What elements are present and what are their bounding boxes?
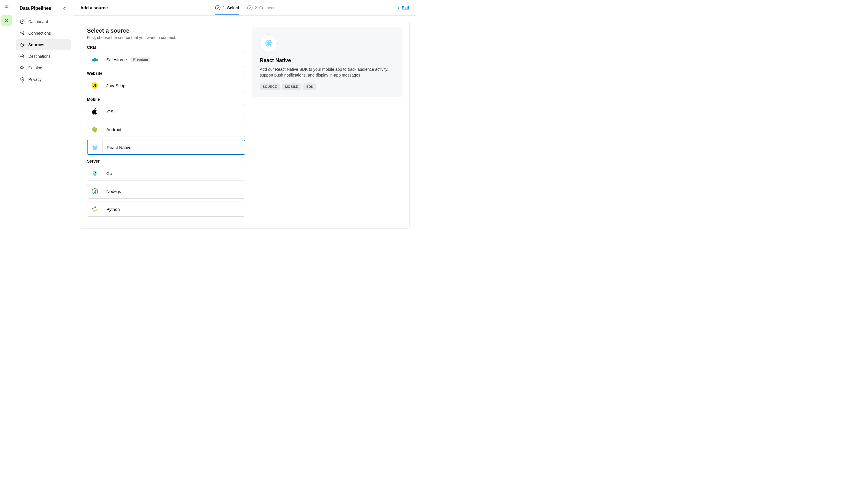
- details-tags: SOURCEMOBILESDK: [260, 84, 395, 90]
- svg-point-11: [93, 60, 96, 61]
- source-card-body: Python: [102, 202, 245, 216]
- svg-point-26: [94, 207, 94, 207]
- source-card-salesforce[interactable]: Salesforce Premium: [87, 52, 245, 67]
- puzzle-icon: [20, 65, 25, 70]
- sidebar-item-label: Connections: [28, 31, 51, 35]
- details-title: React Native: [260, 57, 395, 63]
- detail-tag: SOURCE: [260, 84, 280, 90]
- source-card-body: Go: [102, 166, 245, 180]
- group-label-website: Website: [87, 71, 245, 76]
- svg-point-28: [268, 43, 270, 44]
- source-card-label: Android: [106, 127, 121, 132]
- source-card-javascript[interactable]: JS JavaScript: [87, 78, 245, 93]
- sidebar-title: Data Pipelines: [20, 6, 51, 11]
- topbar: Add a source 1. Select 2. Connect Exit: [74, 0, 416, 16]
- sidebar-header: Data Pipelines: [16, 4, 71, 16]
- apple-icon: [87, 104, 102, 119]
- brand-logo-icon[interactable]: [3, 4, 10, 10]
- details-logo: [260, 34, 278, 52]
- details-panel: React Native Add our React Native SDK to…: [252, 27, 402, 97]
- destination-in-icon: [20, 54, 25, 59]
- source-list-column: Select a source First, choose the source…: [87, 27, 245, 220]
- check-circle-icon: [215, 5, 221, 10]
- source-card-body: Node.js: [102, 184, 245, 198]
- sidebar-item-label: Catalog: [28, 65, 42, 70]
- svg-point-6: [23, 31, 24, 32]
- svg-point-5: [23, 33, 24, 34]
- python-icon: [87, 202, 102, 216]
- svg-point-3: [22, 21, 23, 22]
- content-area: Select a source First, choose the source…: [74, 16, 416, 236]
- source-card-react-native[interactable]: React Native: [87, 140, 245, 155]
- nodejs-icon: [87, 184, 102, 198]
- sidebar-nav: Dashboard Connections Sources Destinatio…: [16, 16, 71, 85]
- sidebar-item-sources[interactable]: Sources: [16, 39, 71, 50]
- source-card-body: Android: [102, 122, 245, 137]
- sidebar-item-label: Privacy: [28, 77, 41, 82]
- group-label-mobile: Mobile: [87, 97, 245, 102]
- svg-point-27: [95, 211, 96, 211]
- step-1: 1. Select: [215, 0, 239, 15]
- sidebar: Data Pipelines Dashboard Connections Sou…: [13, 0, 74, 236]
- source-card-label: Salesforce: [106, 57, 127, 62]
- source-card-label: Go: [106, 171, 112, 176]
- step-label: 1. Select: [223, 5, 239, 10]
- sidebar-item-dashboard[interactable]: Dashboard: [16, 16, 71, 27]
- source-card-go[interactable]: Go: [87, 166, 245, 181]
- salesforce-icon: [87, 52, 102, 67]
- sidebar-item-label: Destinations: [28, 54, 51, 59]
- svg-point-15: [95, 127, 95, 128]
- source-card-ios[interactable]: iOS: [87, 104, 245, 119]
- exit-link[interactable]: Exit: [396, 5, 409, 10]
- gauge-icon: [20, 19, 25, 24]
- svg-rect-7: [22, 79, 23, 80]
- source-card-body: Salesforce Premium: [102, 52, 245, 67]
- group-label-server: Server: [87, 159, 245, 164]
- svg-point-23: [94, 172, 94, 173]
- workspace-app-icon[interactable]: [1, 15, 12, 26]
- source-card-label: Node.js: [106, 189, 121, 194]
- source-card-label: JavaScript: [106, 83, 127, 88]
- svg-point-24: [95, 172, 96, 173]
- android-icon: [87, 122, 102, 137]
- svg-point-25: [94, 173, 95, 174]
- connections-icon: [20, 31, 25, 36]
- source-card-nodejs[interactable]: Node.js: [87, 184, 245, 199]
- step-2[interactable]: 2. Connect: [247, 0, 275, 15]
- page-title: Add a source: [80, 5, 108, 10]
- source-card-label: Python: [106, 207, 120, 212]
- details-description: Add our React Native SDK to your mobile …: [260, 66, 395, 78]
- select-heading: Select a source: [87, 27, 245, 34]
- icon-rail: [0, 0, 13, 236]
- group-label-crm: CRM: [87, 45, 245, 50]
- stepper: 1. Select 2. Connect: [215, 0, 275, 15]
- source-card-label: iOS: [106, 109, 114, 114]
- source-card-android[interactable]: Android: [87, 122, 245, 137]
- detail-tag: SDK: [303, 84, 316, 90]
- source-card-label: React Native: [107, 145, 132, 150]
- source-card-body: React Native: [103, 140, 245, 154]
- step-label: 2. Connect: [255, 5, 275, 10]
- source-card-body: JavaScript: [102, 78, 245, 93]
- gopher-icon: [87, 166, 102, 180]
- select-subheading: First, choose the source that you want t…: [87, 35, 245, 40]
- react-icon: [265, 39, 273, 47]
- source-card-body: iOS: [102, 104, 245, 119]
- source-card-python[interactable]: Python: [87, 202, 245, 216]
- sidebar-item-destinations[interactable]: Destinations: [16, 51, 71, 62]
- source-out-icon: [20, 42, 25, 47]
- sidebar-collapse-button[interactable]: [61, 5, 68, 11]
- main: Add a source 1. Select 2. Connect Exit S…: [74, 0, 416, 236]
- exit-label: Exit: [402, 5, 409, 10]
- detail-tag: MOBILE: [282, 84, 301, 90]
- js-icon: JS: [87, 78, 102, 93]
- sidebar-item-label: Sources: [28, 42, 44, 47]
- sidebar-item-catalog[interactable]: Catalog: [16, 62, 71, 74]
- react-icon: [88, 140, 103, 154]
- select-panel: Select a source First, choose the source…: [80, 21, 410, 229]
- sidebar-item-privacy[interactable]: Privacy: [16, 74, 71, 85]
- sidebar-item-connections[interactable]: Connections: [16, 28, 71, 39]
- svg-text:JS: JS: [93, 84, 96, 87]
- premium-badge: Premium: [130, 57, 151, 62]
- check-circle-icon: [247, 5, 253, 10]
